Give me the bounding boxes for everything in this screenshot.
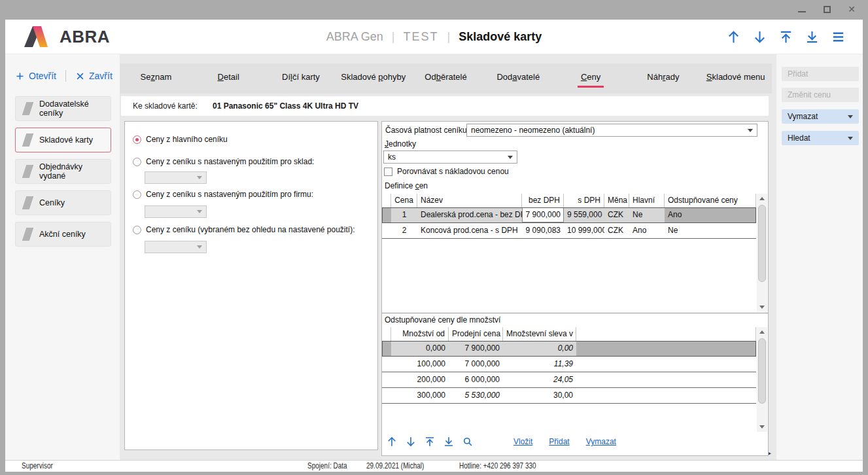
minimize-icon[interactable] [795,3,809,16]
link-vymazat[interactable]: Vymazat [586,437,616,446]
tab-label: Náhrady [644,72,682,86]
column-header: s DPH [564,194,604,207]
cell-s_dph: 9 559,000 [564,207,604,222]
table-row[interactable]: 0,0007 900,0000,00 [382,341,756,357]
hledat-button[interactable]: Hledat [782,131,859,145]
app-frame: ABRA ABRA Gen|TEST|Skladové karty Ote [5,20,863,472]
open-button[interactable]: Otevřít [15,71,56,81]
cell-cena: 7 000,000 [449,357,503,372]
quantity-table-scrollbar[interactable] [757,327,767,432]
row-gutter [382,341,391,356]
tab-odběratelé[interactable]: Odběratelé [409,63,482,94]
vymazat-button[interactable]: Vymazat [782,109,859,124]
price-source-dropdown-2[interactable] [145,171,207,184]
row-gutter [382,327,391,341]
row-gutter [382,207,391,222]
sidebar-item-dodavatelské-ceníky[interactable]: Dodavatelské ceníky [15,96,111,121]
table-row[interactable]: 2Koncová prod.cena - s DPH9 090,08310 99… [382,223,756,239]
cell-cena: 2 [391,223,417,238]
maximize-icon[interactable] [820,3,834,16]
checkbox-icon [384,167,392,176]
tab-ceny[interactable]: Ceny [555,63,627,94]
search-icon[interactable] [462,436,474,448]
scrollbar-thumb[interactable] [758,205,766,282]
tab-náhrady[interactable]: Náhrady [627,63,699,94]
close-button[interactable]: Zavřít [75,71,113,81]
cell-mnozstvi: 100,000 [391,357,449,372]
row-down-icon[interactable] [405,436,417,448]
tab-label: Odběratelé [421,72,470,86]
section-divider [382,313,768,313]
tab-label: Skladové pohyby [338,72,409,86]
link-přidat[interactable]: Přidat [549,437,569,446]
move-down-icon[interactable] [752,29,767,44]
price-source-option-3[interactable]: Ceny z ceníku s nastaveným použitím pro … [133,190,313,199]
table-row[interactable]: 200,0006 000,00024,05 [382,372,756,388]
scroll-down-icon[interactable] [757,302,767,312]
abra-logo-mark [23,26,53,48]
page-title: Skladové karty [459,30,542,43]
row-first-icon[interactable] [424,436,436,448]
move-last-icon[interactable] [805,29,820,44]
validity-combobox[interactable]: neomezeno - neomezeno (aktuální) [466,124,757,137]
price-source-dropdown-4[interactable] [145,241,207,253]
compare-cost-checkbox[interactable]: Porovnávat s nákladovou cenou [384,167,509,176]
price-source-option-4[interactable]: Ceny z ceníku (vybraném bez ohledu na na… [133,225,355,234]
tab-detail[interactable]: Detail [192,63,265,94]
x-icon [75,71,85,81]
quantity-table-header: Množství odProdejní cenaMnožstevní sleva… [382,327,756,341]
app-window: ✕ ABRA ABRA Gen|TEST|Skladové karty [0,0,868,475]
sidebar-item-objednávky-vydané[interactable]: Objednávky vydané [15,159,111,184]
cell-nazev: Dealerská prod.cena - bez DPH [417,207,522,222]
sidebar-item-label: Ceníky [39,198,65,207]
sidebar-item-skladové-karty[interactable]: Skladové karty [15,128,111,152]
chevron-down-icon [197,210,202,213]
table-row[interactable]: 300,0005 530,00030,00 [382,388,756,404]
cell-sleva: 30,00 [503,388,576,403]
tab-skladové-menu[interactable]: Skladové menu [699,63,772,94]
pricelist-icon [22,228,33,241]
scroll-up-icon[interactable] [757,327,767,337]
price-source-option-2[interactable]: Ceny z ceníku s nastaveným použitím pro … [133,157,314,166]
table-row[interactable]: 1Dealerská prod.cena - bez DPH7 900,0009… [382,207,756,223]
radio-label: Ceny z hlavního ceníku [146,135,228,144]
scrollbar-thumb[interactable] [758,338,766,404]
quantity-toolbar: VložitPřidatVymazat [386,436,616,448]
action-panel: PřidatZměnit cenuVymazatHledat [776,54,863,460]
přidat-button: Přidat [782,67,859,81]
link-vložit[interactable]: Vložit [513,437,532,446]
sidebar-item-akční-ceníky[interactable]: Akční ceníky [15,222,111,247]
price-source-option-1[interactable]: Ceny z hlavního ceníku [133,135,228,144]
price-source-dropdown-3[interactable] [145,205,207,218]
cell-cena: 7 900,000 [449,341,503,356]
move-up-icon[interactable] [726,29,741,44]
cell-cena: 1 [391,207,417,222]
price-table-scrollbar[interactable] [757,194,767,312]
radio-label: Ceny z ceníku s nastaveným použitím pro … [146,157,314,166]
tab-seznam[interactable]: Seznam [120,63,192,94]
radio-icon [133,226,141,234]
cell-odstup: Ne [665,223,756,238]
row-up-icon[interactable] [386,436,398,448]
cell-cena: 5 530,000 [449,388,503,403]
tab-dodavatelé[interactable]: Dodavatelé [482,63,555,94]
radio-icon [133,158,141,166]
close-icon[interactable]: ✕ [844,3,859,16]
sidebar-item-label: Skladové karty [39,135,93,145]
tab-skladové-pohyby[interactable]: Skladové pohyby [337,63,409,94]
sidebar-item-ceníky[interactable]: Ceníky [15,190,111,215]
price-table: CenaNázevbez DPHs DPHMěnaHlavníOdstupňov… [382,194,756,312]
column-header: Hlavní [629,194,665,207]
cell-bez_dph: 7 900,000 [522,207,564,222]
scroll-up-icon[interactable] [757,194,767,203]
menu-icon[interactable] [831,29,846,44]
row-last-icon[interactable] [443,436,455,448]
units-combobox[interactable]: ks [383,150,517,164]
cell-mena: CZK [604,223,629,238]
validity-value: neomezeno - neomezeno (aktuální) [471,126,595,135]
cell-cena: 6 000,000 [449,372,503,387]
scroll-down-icon[interactable] [757,422,767,432]
table-row[interactable]: 100,0007 000,00011,39 [382,357,756,372]
tab-dílčí-karty[interactable]: Dílčí karty [265,63,338,94]
move-first-icon[interactable] [778,29,793,44]
